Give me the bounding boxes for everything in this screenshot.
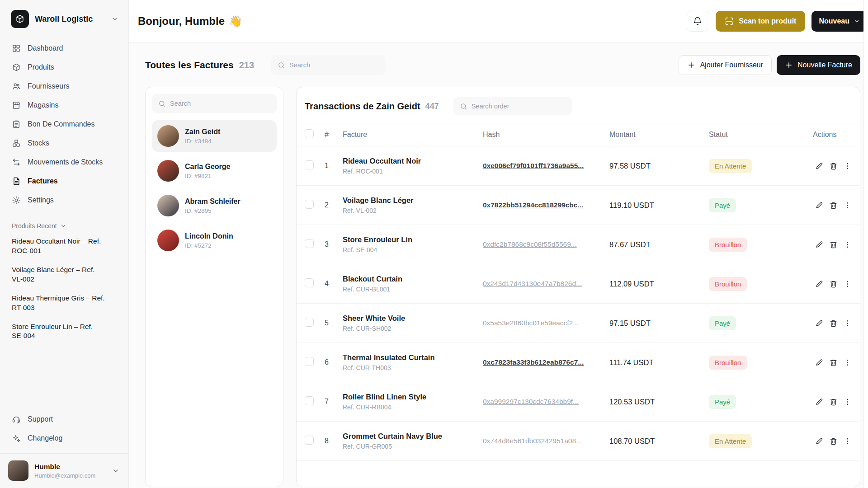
hash-link[interactable]: 0xe006cf79f0101ff1736a9a55... (483, 162, 584, 169)
sidebar-item-mouvements-de-stocks[interactable]: Mouvements de Stocks (0, 153, 128, 172)
panels: Zain Geidt ID: #3484 Carla George ID: #9… (145, 87, 860, 487)
more-button[interactable] (841, 435, 854, 447)
table-row: 1 Rideau Occultant Noir Ref. ROC-001 0xe… (297, 146, 860, 186)
hash-link[interactable]: 0xdfc2b7868c9c08f55d5569... (483, 240, 577, 248)
page-scrollbar[interactable] (863, 0, 868, 488)
more-button[interactable] (841, 277, 854, 290)
row-checkbox[interactable] (305, 436, 314, 445)
invoices-search-input[interactable] (289, 61, 379, 69)
delete-button[interactable] (827, 160, 840, 172)
edit-button[interactable] (813, 317, 826, 329)
bell-icon (693, 16, 703, 26)
sidebar-item-support[interactable]: Support (0, 410, 128, 429)
hash-link[interactable]: 0xc7823fa33f3b612eab876c7... (483, 358, 584, 366)
edit-button[interactable] (813, 395, 826, 408)
contacts-search[interactable] (152, 94, 277, 113)
delete-button[interactable] (827, 356, 840, 369)
delete-button[interactable] (827, 435, 840, 447)
recent-product-link[interactable]: Rideau Thermique Gris – Ref. RT-003 (0, 294, 118, 313)
more-button[interactable] (841, 356, 854, 369)
user-menu[interactable]: Humble Humble@example.com (0, 453, 128, 488)
order-search-input[interactable] (472, 103, 566, 110)
sidebar-nav: Dashboard Produits Fournisseurs Magasins… (0, 35, 128, 210)
greeting-text: Bonjour, Humble (138, 15, 225, 28)
delete-button[interactable] (827, 238, 840, 251)
recent-product-link[interactable]: Voilage Blanc Léger – Ref. VL-002 (0, 265, 118, 284)
avatar (157, 230, 179, 251)
hash-link[interactable]: 0xa999297c130cdc7634bb9f... (483, 398, 579, 405)
delete-button[interactable] (827, 317, 840, 329)
contacts-search-input[interactable] (170, 100, 270, 107)
sidebar-item-produits[interactable]: Produits (0, 58, 128, 77)
more-button[interactable] (841, 317, 854, 329)
recent-product-link[interactable]: Rideau Occultant Noir – Ref. ROC-001 (0, 237, 118, 256)
row-checkbox[interactable] (305, 160, 314, 169)
sidebar-item-factures[interactable]: Factures (0, 172, 128, 191)
hash-link[interactable]: 0x243d17d43130e47a7b826d... (483, 280, 582, 287)
settings-icon (12, 196, 21, 205)
add-supplier-button[interactable]: Ajouter Fournisseur (679, 55, 772, 75)
edit-button[interactable] (813, 199, 826, 211)
recent-product-link[interactable]: Store Enrouleur Lin – Ref. SE-004 (0, 322, 118, 341)
row-checkbox[interactable] (305, 239, 314, 248)
wave-emoji: 👋 (229, 15, 242, 28)
workspace-switcher[interactable]: Waroli Logistic (0, 0, 128, 35)
scan-product-button[interactable]: Scan ton produit (716, 11, 805, 32)
transactions-header: Transactions de Zain Geidt 447 (297, 87, 860, 123)
hash-link[interactable]: 0x7822bb51294cc818299cbc... (483, 201, 583, 209)
select-all-checkbox[interactable] (305, 129, 314, 138)
more-button[interactable] (841, 238, 854, 251)
transactions-count: 447 (425, 102, 439, 111)
sidebar-item-stocks[interactable]: Stocks (0, 134, 128, 153)
row-checkbox[interactable] (305, 278, 314, 287)
contact-list-item[interactable]: Abram Schleifer ID: #2895 (152, 190, 277, 221)
contact-list-item[interactable]: Zain Geidt ID: #3484 (152, 120, 277, 152)
hash-link[interactable]: 0x744d8e561db03242951a08... (483, 437, 582, 445)
order-search[interactable] (453, 97, 572, 115)
notifications-button[interactable] (686, 11, 709, 32)
sidebar-item-label: Mouvements de Stocks (28, 158, 103, 166)
invoice-ref: Ref. CUR-BL001 (343, 286, 483, 293)
app-logo (11, 10, 29, 28)
delete-button[interactable] (827, 199, 840, 211)
row-checkbox[interactable] (305, 396, 314, 405)
sidebar-item-settings[interactable]: Settings (0, 191, 128, 210)
sidebar-item-fournisseurs[interactable]: Fournisseurs (0, 77, 128, 96)
invoices-search[interactable] (271, 55, 386, 75)
invoices-icon (12, 177, 21, 186)
contact-name: Abram Schleifer (185, 197, 241, 206)
sidebar-item-magasins[interactable]: Magasins (0, 96, 128, 115)
table-row: 6 Thermal Insulated Curtain Ref. CUR-TH0… (297, 343, 860, 382)
sidebar-item-dashboard[interactable]: Dashboard (0, 39, 128, 58)
avatar (157, 195, 179, 216)
delete-button[interactable] (827, 277, 840, 290)
hash-link[interactable]: 0x5a53e2860bc01e59eaccf2... (483, 319, 579, 327)
invoice-ref: Ref. ROC-001 (343, 168, 483, 175)
table-header-row: # Facture Hash Montant Statut Actions (297, 123, 860, 146)
row-checkbox[interactable] (305, 200, 314, 209)
invoice-name: Voilage Blanc Léger (343, 196, 483, 205)
new-invoice-button[interactable]: Nouvelle Facture (777, 55, 860, 75)
delete-button[interactable] (827, 395, 840, 408)
edit-button[interactable] (813, 238, 826, 251)
row-number: 2 (325, 201, 343, 209)
sidebar-item-changelog[interactable]: Changelog (0, 429, 128, 448)
contact-list-item[interactable]: Carla George ID: #9821 (152, 155, 277, 187)
contact-list-item[interactable]: Lincoln Donin ID: #5272 (152, 225, 277, 256)
edit-button[interactable] (813, 356, 826, 369)
edit-button[interactable] (813, 277, 826, 290)
row-checkbox[interactable] (305, 318, 314, 327)
more-button[interactable] (841, 199, 854, 211)
row-checkbox[interactable] (305, 357, 314, 366)
nouveau-button[interactable]: Nouveau (811, 11, 867, 32)
recent-products-list: Rideau Occultant Noir – Ref. ROC-001Voil… (0, 237, 128, 350)
edit-button[interactable] (813, 160, 826, 172)
sidebar-item-bon-de-commandes[interactable]: Bon De Commandes (0, 115, 128, 134)
sidebar-item-label: Fournisseurs (28, 82, 69, 90)
edit-button[interactable] (813, 435, 826, 447)
amount: 87.67 USDT (609, 240, 709, 249)
recent-products-header[interactable]: Produits Recent (0, 210, 128, 237)
more-button[interactable] (841, 160, 854, 172)
more-button[interactable] (841, 395, 854, 408)
avatar (157, 125, 179, 147)
